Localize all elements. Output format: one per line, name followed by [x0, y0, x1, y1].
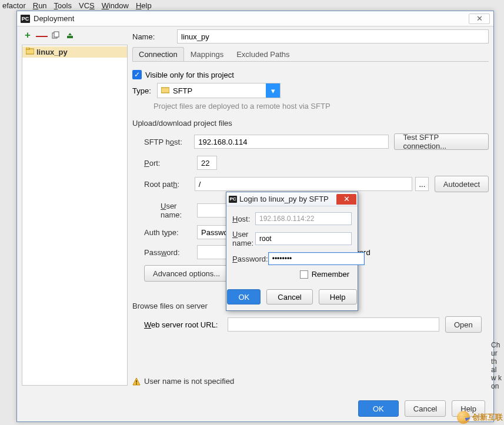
- type-value: SFTP: [173, 86, 192, 95]
- watermark: 创新互联: [457, 411, 503, 424]
- login-host-input: [255, 212, 352, 225]
- warning-text: User name is not specified: [144, 377, 234, 386]
- login-host-label: Host:: [232, 215, 255, 223]
- sftp-type-icon: [161, 86, 169, 95]
- server-list[interactable]: linux_py: [22, 45, 128, 386]
- login-close-button[interactable]: ✕: [336, 194, 356, 205]
- watermark-icon: [457, 411, 470, 424]
- type-hint: Project files are deployed to a remote h…: [153, 102, 489, 111]
- sftp-host-input[interactable]: [194, 135, 389, 149]
- login-ok-button[interactable]: OK: [227, 289, 261, 304]
- login-cancel-button[interactable]: Cancel: [266, 289, 312, 304]
- menu-refactor[interactable]: efactor: [2, 1, 26, 11]
- tab-excluded-paths[interactable]: Excluded Paths: [230, 47, 296, 61]
- login-password-input[interactable]: [268, 252, 365, 265]
- auth-type-label: Auth type:: [144, 228, 197, 237]
- visible-only-checkbox[interactable]: ✓: [132, 70, 142, 79]
- login-titlebar[interactable]: PC Login to linux_py by SFTP ✕: [226, 192, 358, 206]
- login-help-button[interactable]: Help: [319, 289, 357, 304]
- server-name-input[interactable]: [177, 29, 489, 43]
- root-path-label: Root path:: [144, 180, 195, 189]
- menu-vcs[interactable]: VCS: [79, 1, 95, 11]
- type-label: Type:: [132, 86, 153, 95]
- visible-only-label: Visible only for this project: [145, 71, 234, 79]
- svg-rect-1: [54, 32, 59, 37]
- clipped-background-text: Ch ur th al w k on: [491, 341, 504, 390]
- svg-rect-7: [136, 383, 137, 384]
- menu-window[interactable]: Window: [102, 1, 129, 11]
- settings-tabs: Connection Mappings Excluded Paths: [132, 47, 489, 62]
- name-label: Name:: [132, 32, 173, 41]
- pycharm-icon: PC: [229, 196, 237, 203]
- tab-mappings[interactable]: Mappings: [184, 47, 230, 61]
- browse-root-button[interactable]: ...: [415, 177, 429, 191]
- chevron-down-icon[interactable]: ▾: [266, 83, 280, 98]
- username-label: User name:: [144, 202, 197, 219]
- menu-tools[interactable]: Tools: [54, 1, 72, 11]
- upload-section-title: Upload/download project files: [132, 119, 489, 128]
- remove-server-icon[interactable]: —: [37, 31, 46, 40]
- copy-server-icon[interactable]: [51, 31, 61, 40]
- login-user-label: User name:: [232, 230, 255, 247]
- ok-button[interactable]: OK: [358, 400, 399, 417]
- main-menubar: efactor Run Tools VCS Window Help: [0, 0, 504, 12]
- menu-run[interactable]: Run: [33, 1, 47, 11]
- login-user-input[interactable]: [255, 232, 352, 245]
- svg-rect-4: [26, 48, 29, 49]
- web-root-label: Web server root URL:: [144, 320, 228, 329]
- set-default-icon[interactable]: [65, 31, 75, 40]
- open-url-button[interactable]: Open: [445, 316, 482, 333]
- port-input[interactable]: [197, 156, 217, 170]
- login-dialog: PC Login to linux_py by SFTP ✕ Host: Use…: [226, 192, 358, 311]
- pycharm-icon: PC: [21, 15, 30, 23]
- root-path-input[interactable]: [195, 177, 412, 191]
- dialog-title-text: Deployment: [34, 14, 74, 23]
- login-password-label: Password:: [232, 255, 268, 263]
- tab-connection[interactable]: Connection: [132, 47, 184, 61]
- svg-rect-6: [136, 380, 137, 383]
- password-label: Password:: [144, 248, 197, 257]
- sftp-host-label: SFTP host:: [144, 138, 194, 146]
- cancel-button[interactable]: Cancel: [405, 400, 446, 417]
- advanced-options-button[interactable]: Advanced options...: [144, 265, 229, 282]
- remember-checkbox[interactable]: [300, 270, 308, 279]
- watermark-text: 创新互联: [472, 412, 503, 423]
- server-list-toolbar: + —: [23, 31, 75, 40]
- autodetect-button[interactable]: Autodetect: [435, 176, 489, 192]
- svg-rect-5: [161, 88, 169, 93]
- login-title-text: Login to linux_py by SFTP: [239, 195, 329, 203]
- add-server-icon[interactable]: +: [23, 31, 32, 40]
- remember-label: Remember: [312, 270, 349, 279]
- type-combobox[interactable]: SFTP ▾: [157, 83, 281, 98]
- warning-icon: [132, 377, 141, 386]
- server-list-item-label: linux_py: [36, 48, 68, 56]
- svg-rect-2: [67, 36, 73, 38]
- web-root-input[interactable]: [228, 317, 439, 332]
- server-list-item-selected[interactable]: linux_py: [22, 46, 127, 58]
- port-label: Port:: [144, 159, 197, 168]
- dialog-close-button[interactable]: ✕: [469, 14, 490, 24]
- server-type-icon: [26, 48, 34, 56]
- test-connection-button[interactable]: Test SFTP connection...: [394, 133, 489, 150]
- dialog-footer: OK Cancel Help: [17, 400, 493, 417]
- dialog-titlebar: PC Deployment ✕: [17, 11, 493, 26]
- menu-help[interactable]: Help: [136, 1, 152, 11]
